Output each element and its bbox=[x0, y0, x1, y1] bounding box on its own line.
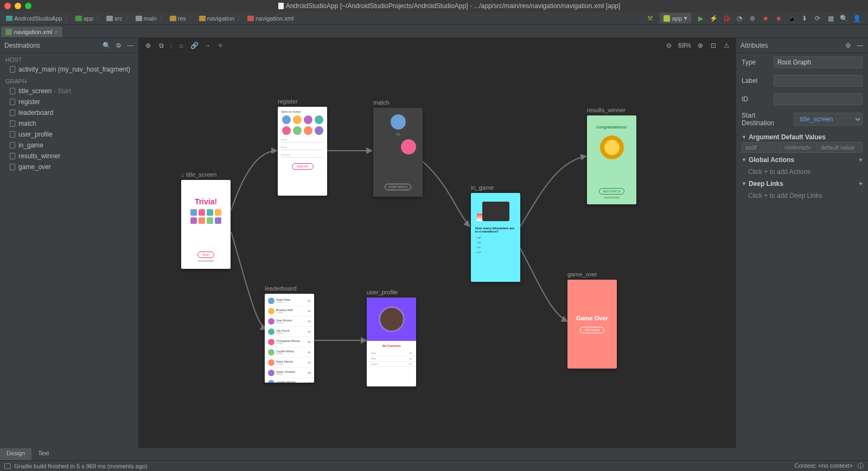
crumb-project[interactable]: AndroidStudioApp〉 bbox=[4, 14, 74, 22]
nested-graph-icon[interactable]: ⧉ bbox=[157, 42, 165, 49]
main-toolbar: ⚒ app▾ ▶ ⚡ 🐞 ◔ ⊚ ■ ■ 📱 ⬇ ⟳ ▦ 🔍 👤 bbox=[647, 13, 864, 23]
graph-section-label: GRAPH bbox=[0, 75, 138, 86]
deep-links-header[interactable]: ▼Deep Links+ bbox=[736, 177, 868, 191]
file-tab-navigation[interactable]: navigation.xml × bbox=[1, 27, 62, 37]
zoom-level: 68% bbox=[678, 42, 691, 49]
user-avatar-icon[interactable]: 👤 bbox=[853, 15, 860, 22]
nav-editor-canvas: ⊕ ⧉ | ⌂ 🔗 → ✧ ⊖ 68% ⊕ ⊡ ⚠ bbox=[139, 38, 736, 448]
fragment-icon bbox=[10, 88, 15, 94]
apply-changes-icon[interactable]: ⚡ bbox=[710, 15, 717, 22]
warnings-icon[interactable]: ⚠ bbox=[723, 42, 730, 49]
fragment-icon bbox=[10, 131, 15, 138]
breadcrumb-bar: AndroidStudioApp〉 app〉 src〉 main〉 res〉 n… bbox=[0, 12, 868, 25]
search-icon[interactable]: 🔍 bbox=[103, 42, 110, 49]
mac-titlebar: AndroidStudioApp [~/AndroidStudioProject… bbox=[0, 0, 868, 12]
destinations-header: Destinations 🔍 ⚙ — bbox=[0, 38, 138, 53]
nav-graph-canvas[interactable]: ⌂title_screen Trivia! PLAY LEADERBOARD r… bbox=[139, 53, 736, 448]
global-actions-placeholder: Click + to add Actions bbox=[736, 167, 868, 177]
profiler-icon[interactable]: ◔ bbox=[736, 15, 743, 22]
zoom-in-icon[interactable]: ⊕ bbox=[697, 42, 704, 49]
dest-results-winner[interactable]: results_winner bbox=[0, 151, 138, 162]
hammer-icon[interactable]: ⚒ bbox=[647, 15, 654, 22]
home-icon[interactable]: ⌂ bbox=[177, 42, 185, 49]
id-field[interactable] bbox=[774, 93, 863, 105]
fragment-icon bbox=[10, 164, 15, 170]
context-status[interactable]: Context: <no context> ⓘ bbox=[794, 462, 864, 470]
fragment-icon bbox=[10, 99, 15, 105]
node-in-game[interactable]: in_game How many kilometers are in a mar… bbox=[471, 184, 520, 282]
dest-in-game[interactable]: in_game bbox=[0, 140, 138, 151]
maximize-window-icon[interactable] bbox=[25, 3, 31, 9]
chevron-down-icon: ▾ bbox=[684, 15, 687, 22]
stop-icon[interactable]: ■ bbox=[762, 15, 769, 22]
dest-game-over[interactable]: game_over bbox=[0, 162, 138, 172]
link-icon[interactable]: 🔗 bbox=[190, 42, 198, 49]
start-dest-select[interactable]: title_screen bbox=[794, 113, 863, 126]
node-game-over[interactable]: game_over Game Over TRY AGAIN bbox=[567, 271, 617, 369]
crumb-app[interactable]: app〉 bbox=[74, 14, 105, 22]
fragment-icon bbox=[10, 109, 15, 116]
node-results-winner[interactable]: results_winner Congratulations! NEXT MAT… bbox=[587, 107, 636, 204]
add-destination-icon[interactable]: ⊕ bbox=[144, 42, 152, 49]
node-user-profile[interactable]: user_profile Ali Connors Rank48 Wins34 L… bbox=[367, 289, 416, 386]
zoom-out-icon[interactable]: ⊖ bbox=[665, 42, 673, 49]
label-field[interactable] bbox=[774, 75, 863, 87]
sdk-manager-icon[interactable]: ⬇ bbox=[801, 15, 808, 22]
node-leaderboard[interactable]: leaderboard Violet Parks12,000pts#1Brook… bbox=[265, 285, 314, 383]
crumb-navigation[interactable]: navigation〉 bbox=[197, 14, 246, 22]
crumb-file[interactable]: navigation.xml bbox=[246, 15, 295, 22]
dest-user-profile[interactable]: user_profile bbox=[0, 129, 138, 140]
trivia-logo: Trivia! bbox=[195, 197, 217, 206]
project-structure-icon[interactable]: ▦ bbox=[827, 15, 834, 22]
arg-defaults-table[interactable]: asdf<inferred>default value bbox=[736, 142, 868, 153]
avd-manager-icon[interactable]: 📱 bbox=[788, 15, 795, 22]
tab-design[interactable]: Design bbox=[0, 448, 31, 460]
gear-icon[interactable]: ⚙ bbox=[844, 42, 852, 49]
window-title: AndroidStudioApp [~/AndroidStudioProject… bbox=[35, 2, 864, 10]
close-tab-icon[interactable]: × bbox=[54, 29, 58, 35]
attributes-panel: Attributes ⚙ — Type Label ID Start Desti… bbox=[736, 38, 868, 448]
crumb-res[interactable]: res〉 bbox=[168, 14, 197, 22]
run-config-dropdown[interactable]: app▾ bbox=[660, 13, 691, 23]
action-icon[interactable]: → bbox=[203, 42, 211, 49]
project-icon bbox=[6, 16, 12, 21]
close-window-icon[interactable] bbox=[4, 3, 11, 9]
add-action-icon[interactable]: + bbox=[859, 156, 863, 164]
dest-leaderboard[interactable]: leaderboard bbox=[0, 107, 138, 118]
minimize-icon[interactable]: — bbox=[856, 42, 864, 49]
search-everywhere-icon[interactable]: 🔍 bbox=[840, 15, 847, 22]
deep-links-placeholder: Click + to add Deep Links bbox=[736, 191, 868, 201]
xml-file-icon bbox=[247, 16, 254, 21]
dest-title-screen[interactable]: title_screen - Start bbox=[0, 86, 138, 96]
editor-tabs: navigation.xml × bbox=[0, 25, 868, 38]
auto-arrange-icon[interactable]: ✧ bbox=[216, 42, 224, 49]
play-button: PLAY bbox=[197, 251, 214, 258]
minimize-icon[interactable]: — bbox=[126, 42, 134, 49]
type-field[interactable] bbox=[774, 56, 863, 68]
fragment-icon bbox=[10, 142, 15, 149]
status-message: Gradle build finished in 5 s 969 ms (mom… bbox=[14, 463, 148, 469]
node-title-screen[interactable]: ⌂title_screen Trivia! PLAY LEADERBOARD bbox=[181, 171, 231, 269]
attach-debugger-icon[interactable]: ⊚ bbox=[749, 15, 756, 22]
tab-text[interactable]: Text bbox=[31, 448, 55, 460]
node-register[interactable]: register Select an Avatar Name Email Pas… bbox=[278, 98, 327, 196]
stop-icon-2[interactable]: ■ bbox=[775, 15, 782, 22]
debug-icon[interactable]: 🐞 bbox=[723, 15, 730, 22]
terminal-icon[interactable] bbox=[4, 463, 11, 469]
layout-icon bbox=[10, 66, 15, 73]
sync-icon[interactable]: ⟳ bbox=[814, 15, 821, 22]
dest-match[interactable]: match bbox=[0, 118, 138, 129]
node-match[interactable]: match VS START MATCH bbox=[373, 99, 423, 197]
gear-icon[interactable]: ⚙ bbox=[114, 42, 122, 49]
fragment-icon bbox=[10, 120, 15, 127]
crumb-main[interactable]: main〉 bbox=[134, 14, 168, 22]
minimize-window-icon[interactable] bbox=[15, 3, 21, 9]
crumb-src[interactable]: src〉 bbox=[105, 14, 134, 22]
run-icon[interactable]: ▶ bbox=[697, 15, 704, 22]
global-actions-header[interactable]: ▼Global Actions+ bbox=[736, 153, 868, 167]
dest-register[interactable]: register bbox=[0, 96, 138, 107]
android-icon bbox=[663, 15, 670, 22]
zoom-fit-icon[interactable]: ⊡ bbox=[710, 42, 717, 49]
add-deeplink-icon[interactable]: + bbox=[859, 180, 863, 188]
host-item[interactable]: activity_main (my_nav_host_fragment) bbox=[0, 64, 138, 75]
